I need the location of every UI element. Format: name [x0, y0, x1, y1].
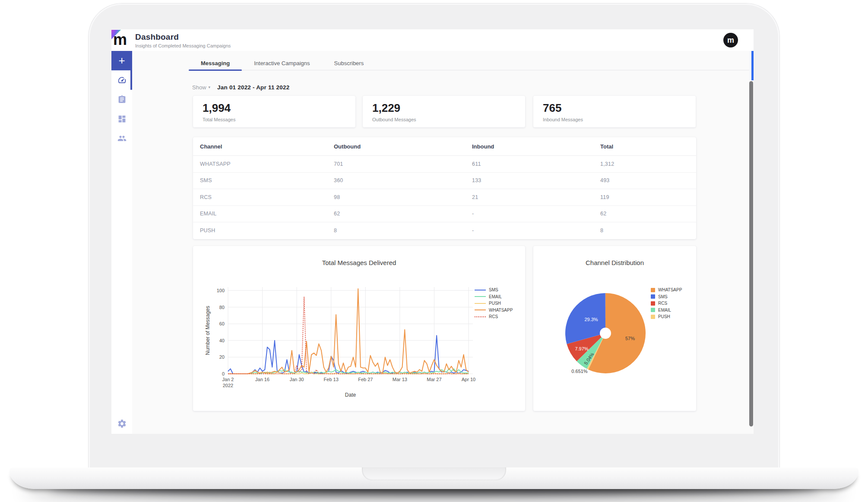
table-cell: 1,312 — [600, 161, 696, 167]
legend-label: WHATSAPP — [658, 287, 682, 292]
svg-text:Date: Date — [345, 392, 356, 398]
table-row: SMS360133493 — [193, 173, 696, 189]
legend-label: WHATSAPP — [489, 308, 513, 313]
legend-swatch — [475, 316, 486, 317]
line-chart-legend: SMSEMAILPUSHWHATSAPPRCS — [475, 287, 513, 320]
main-content: Messaging Interactive Campaigns Subscrib… — [132, 51, 754, 434]
legend-item[interactable]: PUSH — [475, 300, 513, 307]
pie-slice-label: 7.97% — [575, 346, 588, 351]
table-cell: RCS — [200, 194, 334, 200]
table-cell: PUSH — [200, 227, 334, 234]
scroll-accent-bar — [751, 51, 754, 80]
speed-gauge-icon — [117, 76, 127, 85]
stat-label: Outbound Messages — [372, 117, 525, 122]
pie-chart-svg — [533, 246, 696, 411]
stat-label: Total Messages — [203, 117, 355, 122]
legend-item[interactable]: RCS — [651, 300, 682, 307]
svg-text:Jan 16: Jan 16 — [255, 377, 269, 382]
table-cell: 62 — [334, 211, 472, 217]
svg-text:Jan 30: Jan 30 — [290, 377, 304, 382]
legend-label: SMS — [489, 287, 498, 292]
add-button[interactable]: + — [111, 51, 132, 70]
table-row: WHATSAPP7016111,312 — [193, 156, 696, 173]
scrollbar-thumb[interactable] — [749, 81, 753, 426]
legend-swatch — [475, 290, 486, 290]
app-logo[interactable]: m — [111, 29, 132, 51]
page-subtitle: Insights of Completed Messaging Campaign… — [135, 43, 231, 48]
header-titles: Dashboard Insights of Completed Messagin… — [135, 32, 231, 48]
chevron-down-icon: ▾ — [209, 85, 211, 89]
stat-label: Inbound Messages — [543, 117, 696, 122]
table-cell: 360 — [334, 177, 472, 183]
svg-text:Mar 27: Mar 27 — [427, 377, 441, 382]
table-cell: - — [472, 227, 600, 234]
sidebar-item-dashboard[interactable] — [111, 70, 132, 90]
svg-text:Mar 13: Mar 13 — [393, 377, 407, 382]
show-label: Show — [192, 84, 206, 91]
table-row: PUSH8-8 — [193, 222, 696, 239]
user-avatar[interactable]: m — [723, 33, 738, 47]
sidebar-item-reports[interactable] — [111, 109, 132, 129]
sidebar-item-subscribers[interactable] — [111, 129, 132, 148]
col-header-outbound: Outbound — [334, 143, 472, 150]
show-dropdown[interactable]: Show ▾ — [192, 84, 210, 91]
settings-button[interactable] — [111, 419, 132, 429]
legend-item[interactable]: SMS — [475, 287, 513, 294]
legend-swatch — [475, 303, 486, 304]
legend-item[interactable]: WHATSAPP — [651, 287, 682, 294]
sidebar-item-campaigns[interactable] — [111, 90, 132, 109]
tab-messaging[interactable]: Messaging — [189, 56, 242, 70]
svg-text:Feb 13: Feb 13 — [324, 377, 339, 382]
table-header: Channel Outbound Inbound Total — [193, 137, 696, 156]
pie-slice-label: 29.3% — [584, 317, 598, 322]
stat-value: 765 — [543, 101, 696, 115]
date-range[interactable]: Jan 01 2022 - Apr 11 2022 — [217, 84, 289, 91]
svg-text:80: 80 — [219, 305, 225, 310]
tab-interactive-campaigns[interactable]: Interactive Campaigns — [242, 56, 322, 70]
line-chart-svg: 020406080100Jan 22022Jan 16Jan 30Feb 13F… — [193, 246, 525, 411]
dashboard-grid-icon — [117, 114, 127, 123]
app-header: m Dashboard Insights of Completed Messag… — [111, 29, 754, 51]
legend-label: SMS — [658, 294, 668, 299]
legend-swatch — [651, 315, 655, 319]
legend-item[interactable]: SMS — [651, 294, 682, 300]
legend-item[interactable]: PUSH — [651, 313, 682, 320]
stat-card-outbound: 1,229 Outbound Messages — [363, 96, 525, 127]
legend-item[interactable]: RCS — [475, 313, 513, 320]
table-cell: 701 — [334, 161, 472, 167]
logo-letter: m — [113, 30, 127, 49]
table-cell: EMAIL — [200, 211, 334, 217]
people-icon — [117, 134, 127, 143]
sidebar: + — [111, 51, 132, 434]
legend-item[interactable]: EMAIL — [651, 307, 682, 314]
svg-text:60: 60 — [219, 321, 225, 326]
legend-swatch — [651, 288, 655, 292]
legend-label: RCS — [489, 314, 498, 319]
stat-card-total: 1,994 Total Messages — [193, 96, 355, 127]
pie-slice-label: 57% — [625, 336, 635, 341]
svg-text:40: 40 — [219, 338, 225, 343]
legend-label: PUSH — [658, 314, 670, 319]
legend-swatch — [651, 294, 655, 299]
table-row: EMAIL62-62 — [193, 206, 696, 223]
app-window: m Dashboard Insights of Completed Messag… — [111, 29, 754, 434]
tab-subscribers[interactable]: Subscribers — [322, 56, 376, 70]
legend-swatch — [651, 308, 655, 312]
table-cell: WHATSAPP — [200, 161, 334, 167]
tab-bar: Messaging Interactive Campaigns Subscrib… — [189, 56, 749, 70]
table-cell: 21 — [472, 194, 600, 200]
table-cell: 611 — [472, 161, 600, 167]
col-header-channel: Channel — [200, 143, 334, 150]
table-cell: 133 — [472, 177, 600, 183]
legend-label: EMAIL — [489, 294, 502, 299]
legend-item[interactable]: WHATSAPP — [475, 307, 513, 314]
svg-text:Jan 2: Jan 2 — [222, 377, 234, 382]
table-row: RCS9821119 — [193, 189, 696, 206]
pie-chart-card: Channel Distribution 57%29.3%7.97%5.04%0… — [533, 246, 696, 411]
page-title: Dashboard — [135, 32, 231, 42]
stat-card-inbound: 765 Inbound Messages — [533, 96, 696, 127]
table-cell: 119 — [600, 194, 696, 200]
line-chart-card: Total Messages Delivered 020406080100Jan… — [193, 246, 525, 411]
legend-item[interactable]: EMAIL — [475, 294, 513, 300]
legend-swatch — [651, 301, 655, 306]
